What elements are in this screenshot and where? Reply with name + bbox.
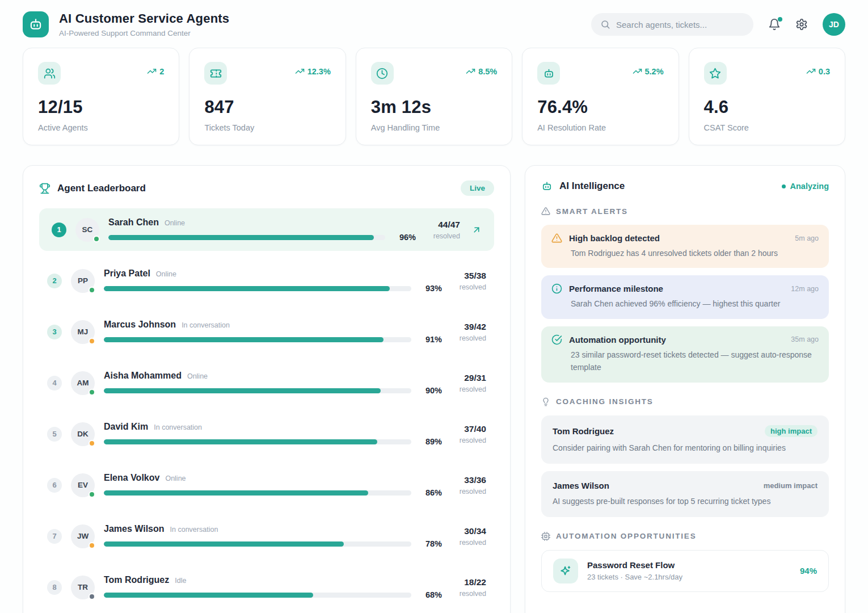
- agent-avatar: JW: [71, 524, 95, 548]
- alert-description: Sarah Chen achieved 96% efficiency — hig…: [571, 297, 819, 310]
- sparkles-icon: [553, 559, 578, 583]
- alert-triangle-icon: [541, 207, 550, 216]
- resolved-label: resolved: [451, 334, 486, 342]
- agent-status: In conversation: [182, 321, 230, 329]
- efficiency-percent: 68%: [419, 590, 442, 599]
- stat-value: 3m 12s: [371, 97, 497, 117]
- agent-status: Idle: [175, 577, 186, 585]
- alert-timestamp: 35m ago: [791, 335, 819, 343]
- efficiency-percent: 91%: [419, 335, 442, 344]
- stat-card-active-agents[interactable]: 2 12/15 Active Agents: [23, 48, 179, 145]
- progress-bar: [104, 593, 411, 598]
- agent-status: Online: [187, 372, 208, 380]
- agent-status: Online: [165, 475, 186, 482]
- status-dot: [89, 593, 95, 600]
- notifications-button[interactable]: [768, 18, 781, 31]
- stat-card-csat-score[interactable]: 0.3 4.6 CSAT Score: [689, 48, 845, 145]
- efficiency-percent: 96%: [393, 233, 416, 242]
- agent-avatar: EV: [71, 473, 95, 497]
- resolved-label: resolved: [425, 232, 460, 240]
- stat-label: AI Resolution Rate: [537, 123, 663, 132]
- rank-badge: 6: [47, 478, 62, 493]
- users-icon: [38, 62, 61, 85]
- efficiency-percent: 86%: [419, 488, 442, 497]
- agent-avatar: AM: [71, 371, 95, 395]
- alert-triangle-icon: [551, 233, 562, 243]
- resolved-fraction: 37/40: [451, 424, 486, 434]
- resolved-label: resolved: [451, 488, 486, 496]
- agent-name: James Wilson: [104, 524, 165, 534]
- stat-value: 76.4%: [537, 97, 663, 117]
- stat-card-avg-handling-time[interactable]: 8.5% 3m 12s Avg Handling Time: [356, 48, 512, 145]
- agent-leaderboard-panel: Agent Leaderboard Live 1 SC Sarah ChenOn…: [23, 165, 511, 613]
- stat-card-ai-resolution-rate[interactable]: 5.2% 76.4% AI Resolution Rate: [522, 48, 679, 145]
- agent-status: In conversation: [154, 423, 202, 431]
- efficiency-percent: 90%: [419, 386, 442, 395]
- resolved-fraction: 39/42: [451, 322, 486, 332]
- resolved-fraction: 18/22: [451, 577, 486, 587]
- alert-card[interactable]: Performance milestone 12m ago Sarah Chen…: [541, 275, 829, 318]
- leaderboard-row[interactable]: 8 TR Tom RodriguezIdle 68% 18/22resolved: [39, 566, 494, 608]
- leaderboard-row[interactable]: 2 PP Priya PatelOnline 93% 35/38resolved: [39, 259, 494, 302]
- status-dot: [93, 236, 100, 242]
- agent-name: Sarah Chen: [108, 217, 159, 228]
- leaderboard-row[interactable]: 3 MJ Marcus JohnsonIn conversation 91% 3…: [39, 310, 494, 353]
- trophy-icon: [39, 183, 50, 194]
- alert-timestamp: 12m ago: [791, 285, 819, 293]
- progress-bar: [104, 286, 411, 291]
- automation-title: Password Reset Flow: [587, 560, 791, 570]
- alert-title: Performance milestone: [569, 284, 784, 293]
- stats-row: 2 12/15 Active Agents 12.3% 847 Tickets …: [23, 48, 845, 145]
- stat-value: 4.6: [704, 97, 830, 117]
- stat-label: CSAT Score: [704, 123, 830, 132]
- stat-card-tickets-today[interactable]: 12.3% 847 Tickets Today: [189, 48, 345, 145]
- agent-name: Aisha Mohammed: [104, 371, 182, 381]
- leaderboard-row[interactable]: 5 DK David KimIn conversation 89% 37/40r…: [39, 413, 494, 455]
- agent-name: Tom Rodriguez: [104, 575, 169, 585]
- rank-badge: 4: [47, 376, 62, 391]
- analyzing-status: Analyzing: [782, 182, 829, 191]
- leaderboard-row[interactable]: 7 JW James WilsonIn conversation 78% 30/…: [39, 515, 494, 557]
- arrow-up-right-icon[interactable]: [471, 225, 482, 235]
- search-input[interactable]: [616, 20, 744, 30]
- agent-name: David Kim: [104, 422, 148, 432]
- trending-up-icon: [147, 66, 157, 76]
- leaderboard-title: Agent Leaderboard: [57, 183, 146, 194]
- trend-badge: 8.5%: [466, 66, 497, 76]
- alert-card[interactable]: Automation opportunity 35m ago 23 simila…: [541, 326, 829, 383]
- user-avatar[interactable]: JD: [823, 13, 845, 36]
- rank-badge: 8: [47, 580, 62, 595]
- automation-card[interactable]: Password Reset Flow 23 tickets · Save ~2…: [541, 550, 829, 592]
- impact-badge: medium impact: [764, 481, 818, 490]
- bot-icon: [541, 180, 553, 192]
- settings-button[interactable]: [795, 18, 808, 31]
- trend-badge: 12.3%: [295, 66, 331, 76]
- leaderboard-row[interactable]: 4 AM Aisha MohammedOnline 90% 29/31resol…: [39, 362, 494, 404]
- leaderboard-row[interactable]: 6 EV Elena VolkovOnline 86% 33/36resolve…: [39, 464, 494, 506]
- rank-badge: 1: [52, 222, 66, 237]
- coaching-card[interactable]: James Wilson medium impact AI suggests p…: [541, 471, 829, 517]
- trending-up-icon: [633, 66, 642, 76]
- agent-status: In conversation: [170, 526, 218, 534]
- alert-title: High backlog detected: [569, 233, 788, 243]
- stat-label: Avg Handling Time: [371, 123, 497, 132]
- alert-description: Tom Rodriguez has 4 unresolved tickets o…: [571, 247, 819, 259]
- resolved-label: resolved: [451, 590, 486, 598]
- progress-bar: [104, 541, 411, 547]
- intelligence-title: AI Intelligence: [559, 180, 625, 192]
- search-bar[interactable]: [591, 13, 753, 36]
- alert-timestamp: 5m ago: [795, 234, 819, 242]
- coaching-card[interactable]: Tom Rodriguez high impact Consider pairi…: [541, 415, 829, 464]
- coaching-insights-header: COACHING INSIGHTS: [541, 397, 829, 406]
- leaderboard-row[interactable]: 1 SC Sarah ChenOnline 96% 44/47resolved: [39, 208, 494, 251]
- efficiency-percent: 93%: [419, 284, 442, 293]
- resolved-label: resolved: [451, 539, 486, 547]
- rank-badge: 3: [47, 325, 62, 339]
- agent-avatar: DK: [71, 422, 95, 446]
- trending-up-icon: [295, 66, 305, 76]
- status-dot: [89, 338, 95, 345]
- alert-card[interactable]: High backlog detected 5m ago Tom Rodrigu…: [541, 225, 829, 268]
- ai-intelligence-panel: AI Intelligence Analyzing SMART ALERTS H…: [525, 165, 845, 613]
- agent-avatar: SC: [75, 218, 99, 242]
- agent-status: Online: [165, 219, 185, 227]
